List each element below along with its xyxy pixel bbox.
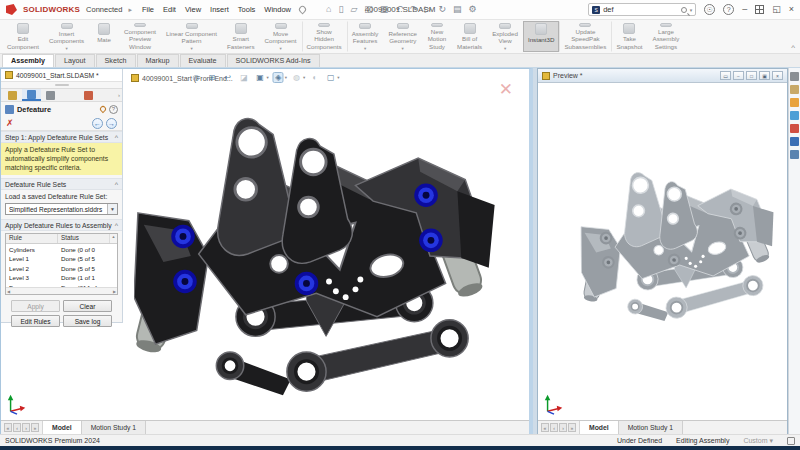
file-explorer-icon[interactable]	[790, 98, 799, 107]
apply-button[interactable]: Apply	[11, 300, 60, 312]
dropdown-caret-icon[interactable]: ▾	[364, 46, 366, 51]
open-icon[interactable]: ▱	[350, 5, 357, 14]
rule-set-dropdown[interactable]: Simplified Representation.slddrs ▼	[5, 203, 118, 215]
dropdown-caret-icon[interactable]: ▾	[190, 46, 192, 51]
take-snapshot-button[interactable]: Take Snapshot	[611, 21, 647, 52]
rule-row[interactable]: Level 2 Done (5 of 5	[6, 263, 117, 273]
window-layout-button[interactable]	[755, 5, 764, 14]
collapse-chevron-icon[interactable]: ^	[115, 134, 118, 141]
collapse-chevron-icon[interactable]: ^	[115, 181, 118, 188]
edit-component-button[interactable]: Edit Component	[2, 21, 44, 52]
collapse-chevron-icon[interactable]: ^	[115, 222, 118, 229]
scrollbar-up-icon[interactable]: ▲	[109, 234, 117, 243]
home-icon[interactable]: ⌂	[326, 5, 331, 14]
tab-assembly[interactable]: Assembly	[2, 54, 54, 67]
tab-scroll-last-icon[interactable]: »	[568, 423, 576, 432]
menu-tools[interactable]: Tools	[238, 5, 256, 14]
menu-insert[interactable]: Insert	[210, 5, 229, 14]
move-component-button[interactable]: Move Component ▾	[260, 21, 302, 52]
tab-scroll-prev-icon[interactable]: ‹	[550, 423, 558, 432]
solidworks-forum-icon[interactable]	[790, 150, 799, 159]
rule-sets-group-header[interactable]: Defeature Rule Sets ^	[1, 178, 122, 190]
dropdown-caret-icon[interactable]: ▾	[65, 46, 67, 51]
preview-assembly-3d-model[interactable]	[576, 160, 796, 330]
chevron-right-icon[interactable]: ▸	[128, 6, 132, 14]
displaymanager-tab[interactable]	[79, 89, 98, 101]
tab-sketch[interactable]: Sketch	[96, 54, 136, 67]
next-step-button[interactable]: →	[106, 118, 117, 129]
ribbon-collapse-icon[interactable]: ^	[791, 43, 795, 52]
tab-scroll-prev-icon[interactable]: ‹	[13, 423, 21, 432]
dimxpertmanager-tab[interactable]	[60, 89, 79, 101]
preview-window-button-4[interactable]: ▣	[759, 71, 770, 80]
design-library-icon[interactable]	[790, 85, 799, 94]
preview-window-button-3[interactable]: □	[746, 71, 757, 80]
smart-fasteners-button[interactable]: Smart Fasteners	[222, 21, 260, 52]
file-properties-icon[interactable]: ▤	[453, 5, 462, 14]
rule-column-header[interactable]: Rule	[6, 234, 58, 243]
previous-view-icon[interactable]: ↩	[222, 72, 234, 83]
tab-scroll-first-icon[interactable]: «	[541, 423, 549, 432]
exploded-view-button[interactable]: Exploded View ▾	[487, 21, 523, 52]
rule-row[interactable]: Level 3 Done (1 of 1	[6, 273, 117, 283]
help-icon[interactable]: ?	[723, 4, 734, 15]
view-settings-icon[interactable]: ▢ ▾	[325, 72, 339, 83]
scroll-right-icon[interactable]: ▶	[113, 289, 116, 294]
chevron-down-icon[interactable]: ▼	[107, 204, 117, 214]
custom-properties-icon[interactable]	[790, 137, 799, 146]
preview-title-bar[interactable]: Preview * ▭−□▣×	[538, 69, 787, 83]
tab-solidworks-add-ins[interactable]: SOLIDWORKS Add-Ins	[227, 54, 320, 67]
tab-layout[interactable]: Layout	[55, 54, 95, 67]
horizontal-scrollbar[interactable]: ◀ ▶	[6, 287, 117, 294]
preview-window[interactable]: Preview * ▭−□▣× «‹›» ModelMotion Study 1	[537, 68, 788, 435]
configurationmanager-tab[interactable]	[41, 89, 60, 101]
solidworks-resources-icon[interactable]	[790, 72, 799, 81]
new-motion-study-button[interactable]: New Motion Study	[422, 21, 452, 52]
reference-geometry-button[interactable]: Reference Geometry ▾	[383, 21, 422, 52]
menu-edit[interactable]: Edit	[163, 5, 176, 14]
options-icon[interactable]: ⚙	[468, 5, 476, 14]
mate-button[interactable]: Mate	[89, 21, 119, 52]
new-document-icon[interactable]: ▯	[338, 5, 343, 14]
preview-tab-model[interactable]: Model	[580, 421, 619, 434]
main-viewport[interactable]: 40099001_Start (Front End... ◎ ⊞ ↩ ◪	[0, 68, 533, 435]
view-palette-icon[interactable]	[790, 111, 799, 120]
dropdown-caret-icon[interactable]: ▾	[402, 46, 404, 51]
keep-visible-pin-icon[interactable]	[99, 105, 107, 113]
preview-window-button-5[interactable]: ×	[772, 71, 783, 80]
zoom-to-area-icon[interactable]: ⊞	[206, 72, 218, 83]
instant3d-button[interactable]: Instant3D	[523, 21, 559, 52]
search-input[interactable]	[603, 5, 677, 14]
tab-scroll-next-icon[interactable]: ›	[559, 423, 567, 432]
show-hidden-components-button[interactable]: Show Hidden Components	[302, 21, 347, 52]
dropdown-caret-icon[interactable]: ▾	[504, 46, 506, 51]
preview-window-button-2[interactable]: −	[733, 71, 744, 80]
tab-scroll-last-icon[interactable]: »	[31, 423, 39, 432]
flyout-expand-icon[interactable]: ›	[118, 92, 122, 98]
assembly-features-button[interactable]: Assembly Features ▾	[347, 21, 384, 52]
search-caret-icon[interactable]: ▾	[690, 7, 693, 13]
view-orientation-icon[interactable]: ▣ ▾	[254, 72, 268, 83]
feature-tree-header[interactable]: 40099001_Start.SLDASM *	[1, 69, 122, 82]
minimize-button[interactable]: –	[742, 5, 747, 14]
tab-motion-study-1[interactable]: Motion Study 1	[82, 421, 146, 434]
custom-dropdown[interactable]: Custom ▾	[743, 437, 773, 445]
assembly-3d-model[interactable]	[134, 109, 526, 403]
large-assembly-settings-button[interactable]: Large Assembly Settings	[648, 21, 685, 52]
update-speedpak-subassemblies-button[interactable]: Update SpeedPak Subassemblies	[559, 21, 611, 52]
tab-scroll-first-icon[interactable]: «	[4, 423, 12, 432]
clear-button[interactable]: Clear	[63, 300, 112, 312]
menu-window[interactable]: Window	[264, 5, 291, 14]
cancel-button[interactable]: ✗	[6, 118, 14, 128]
menu-file[interactable]: File	[142, 5, 154, 14]
rule-row[interactable]: Level 1 Done (5 of 5	[6, 254, 117, 264]
step1-group-header[interactable]: Step 1: Apply Defeature Rule Sets ^	[1, 131, 122, 143]
rebuild-icon[interactable]: ↻	[438, 5, 446, 14]
tab-model[interactable]: Model	[43, 421, 82, 434]
propertymanager-tab[interactable]	[22, 89, 41, 101]
dropdown-caret-icon[interactable]: ▾	[279, 46, 281, 51]
zoom-to-fit-icon[interactable]: ◎	[190, 72, 202, 83]
tab-evaluate[interactable]: Evaluate	[180, 54, 226, 67]
featuremanager-tree-tab[interactable]	[3, 89, 22, 101]
search-box[interactable]: S ▾	[588, 3, 696, 16]
